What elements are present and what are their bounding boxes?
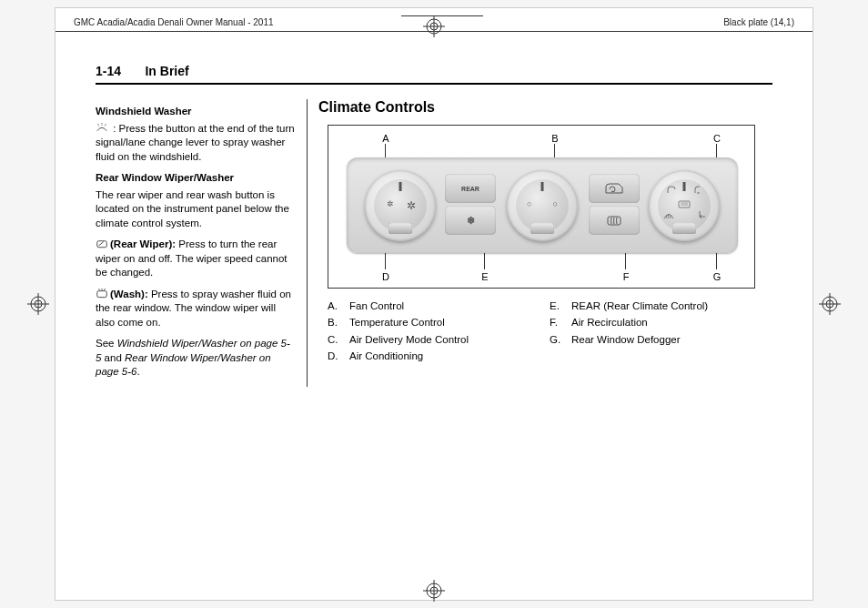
rear-wiper-label: (Rear Wiper):	[110, 238, 176, 249]
climate-panel: ✲ ✲ REAR ❄	[347, 157, 738, 253]
fan-high-icon: ✲	[407, 199, 416, 212]
rear-wash-icon	[96, 289, 108, 298]
legend-text: Air Recirculation	[571, 314, 648, 330]
legend-letter: D.	[328, 348, 340, 364]
see-mid: and	[101, 352, 125, 363]
temp-hot-dot-icon: ○	[553, 199, 558, 208]
rear-wiper-para2: (Rear Wiper): Press to turn the rear wip…	[96, 238, 296, 280]
mode-face-icon	[667, 185, 676, 196]
lead-line	[716, 251, 717, 269]
center-buttons-right	[589, 174, 640, 235]
diagram-label-a: A	[379, 133, 392, 144]
svg-rect-19	[97, 240, 107, 247]
wash-para: (Wash): Press to spray washer fluid on t…	[96, 288, 296, 330]
mode-bilevel-icon	[694, 185, 703, 196]
right-column: Climate Controls A B C D E F G	[307, 99, 772, 387]
legend-letter: B.	[328, 314, 340, 330]
recirculation-button	[589, 174, 640, 203]
section-header: 1-14 In Brief	[96, 63, 772, 85]
fan-low-icon: ✲	[387, 199, 394, 208]
svg-line-22	[99, 289, 100, 290]
temp-dial-button	[530, 223, 554, 234]
header-center-rule	[401, 15, 483, 16]
legend-columns: A.Fan Control B.Temperature Control C.Ai…	[328, 298, 772, 365]
mode-auto-icon	[678, 199, 691, 210]
lead-line	[385, 144, 386, 158]
legend-row: B.Temperature Control	[328, 314, 528, 330]
content-columns: Windshield Washer : Press the button at …	[96, 99, 772, 387]
rear-button-label: REAR	[461, 186, 479, 192]
diagram-label-f: F	[620, 271, 632, 282]
fan-control-dial: ✲ ✲	[365, 170, 436, 241]
legend-text: REAR (Rear Climate Control)	[571, 298, 708, 314]
center-buttons-left: REAR ❄	[445, 174, 496, 235]
legend-text: Rear Window Defogger	[571, 331, 681, 348]
legend-text: Fan Control	[349, 298, 404, 314]
diagram-label-b: B	[549, 133, 561, 144]
wash-label: (Wash):	[110, 289, 148, 299]
rear-wiper-icon	[96, 238, 108, 248]
see-prefix: See	[96, 338, 117, 349]
windshield-washer-text: : Press the button at the end of the tur…	[96, 123, 295, 162]
svg-rect-21	[97, 291, 107, 298]
defog-icon	[605, 214, 623, 227]
climate-controls-heading: Climate Controls	[318, 99, 772, 116]
mode-dial-button	[672, 223, 696, 234]
rear-defog-button	[589, 206, 640, 235]
svg-line-24	[105, 289, 106, 290]
svg-rect-27	[679, 201, 690, 208]
legend-text: Temperature Control	[349, 314, 445, 330]
legend-row: C.Air Delivery Mode Control	[328, 331, 528, 348]
legend-row: D.Air Conditioning	[328, 348, 528, 364]
section-title: In Brief	[145, 64, 188, 78]
header-strip: GMC Acadia/Acadia Denali Owner Manual - …	[74, 17, 794, 27]
header-rule	[56, 31, 812, 32]
rear-climate-button: REAR	[445, 174, 496, 203]
lead-line	[385, 251, 386, 269]
legend-row: G.Rear Window Defogger	[550, 331, 750, 348]
legend-column-left: A.Fan Control B.Temperature Control C.Ai…	[328, 298, 528, 365]
registration-mark-bottom-icon	[423, 580, 445, 602]
header-left-text: GMC Acadia/Acadia Denali Owner Manual - …	[74, 17, 274, 27]
legend-letter: E.	[550, 298, 562, 314]
legend-letter: C.	[328, 331, 340, 348]
washer-spray-icon	[96, 123, 108, 132]
legend-text: Air Delivery Mode Control	[349, 331, 469, 348]
legend-letter: A.	[328, 298, 340, 314]
diagram-label-c: C	[711, 133, 723, 144]
diagram-label-d: D	[379, 271, 392, 282]
windshield-washer-para: : Press the button at the end of the tur…	[96, 122, 296, 165]
legend-row: E.REAR (Rear Climate Control)	[550, 298, 750, 314]
legend-row: A.Fan Control	[328, 298, 528, 314]
svg-text:❄: ❄	[467, 215, 475, 226]
temperature-control-dial: ○ ○	[507, 170, 578, 241]
svg-line-16	[98, 124, 99, 127]
air-mode-dial	[649, 170, 720, 241]
temp-cold-dot-icon: ○	[527, 199, 531, 208]
recirculation-icon	[604, 182, 624, 195]
fan-dial-button	[389, 223, 412, 234]
legend-letter: G.	[550, 331, 562, 348]
snowflake-icon: ❄	[462, 215, 479, 226]
left-column: Windshield Washer : Press the button at …	[96, 99, 296, 387]
diagram-label-g: G	[711, 271, 723, 282]
page-number: 1-14	[96, 64, 121, 78]
lead-line	[716, 144, 717, 158]
page-canvas: GMC Acadia/Acadia Denali Owner Manual - …	[55, 7, 813, 601]
see-refs-para: See Windshield Wiper/Washer on page 5-5 …	[96, 337, 296, 380]
legend-row: F.Air Recirculation	[550, 314, 750, 330]
climate-diagram: A B C D E F G	[328, 125, 755, 289]
registration-mark-left-icon	[27, 293, 49, 315]
svg-line-20	[99, 241, 104, 245]
legend-text: Air Conditioning	[349, 348, 423, 364]
rear-wiper-para1: The rear wiper and rear wash button is l…	[96, 188, 296, 231]
ac-button: ❄	[445, 206, 496, 235]
rear-wiper-heading: Rear Window Wiper/Washer	[96, 171, 296, 186]
lead-line	[554, 144, 555, 158]
registration-mark-right-icon	[819, 293, 841, 315]
mode-floor-icon	[698, 210, 707, 221]
see-suffix: .	[136, 366, 139, 377]
windshield-washer-heading: Windshield Washer	[96, 105, 296, 119]
page-content: 1-14 In Brief Windshield Washer : Press …	[96, 63, 772, 582]
mode-defrost-icon	[663, 212, 674, 221]
